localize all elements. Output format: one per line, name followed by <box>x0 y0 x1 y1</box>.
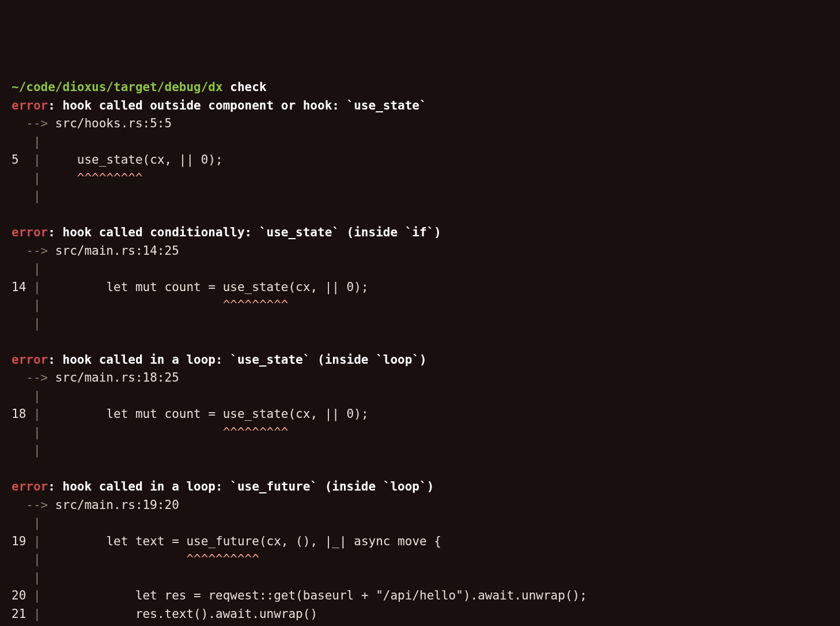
line-number <box>12 262 33 276</box>
error-label: error <box>12 353 48 367</box>
gutter-pipe: | <box>33 298 41 312</box>
error-caret: ^^^^^^^^^ <box>223 298 289 312</box>
error-location: src/main.rs:19:20 <box>48 498 179 512</box>
line-number <box>12 171 33 185</box>
gutter-pipe: | <box>33 171 41 185</box>
code-line: use_state(cx, || 0); <box>41 153 223 167</box>
error-location: src/main.rs:14:25 <box>48 244 179 258</box>
code-line <box>41 552 187 566</box>
line-number: 14 <box>12 280 33 294</box>
line-number <box>12 389 33 403</box>
error-caret: ^^^^^^^^^ <box>223 425 289 439</box>
gutter-pipe: | <box>33 262 41 276</box>
line-number <box>12 298 33 312</box>
error-caret: ^^^^^^^^^ <box>77 171 143 185</box>
code-line: let text = use_future(cx, (), |_| async … <box>41 534 441 548</box>
location-arrow: --> <box>12 244 48 258</box>
code-line: let res = reqwest::get(baseurl + "/api/h… <box>41 589 587 602</box>
gutter-pipe: | <box>33 516 41 530</box>
gutter-pipe: | <box>33 280 41 294</box>
line-number: 20 <box>12 589 33 602</box>
code-line <box>41 171 77 185</box>
gutter-pipe: | <box>33 425 41 439</box>
prompt-command: check <box>230 80 266 94</box>
error-location: src/hooks.rs:5:5 <box>48 116 172 130</box>
gutter-pipe: | <box>33 153 41 167</box>
line-number <box>12 571 33 584</box>
gutter-pipe: | <box>33 607 41 621</box>
line-number: 18 <box>12 407 33 421</box>
line-number <box>12 443 33 457</box>
line-number <box>12 135 33 149</box>
line-number <box>12 425 33 439</box>
error-location: src/main.rs:18:25 <box>48 371 179 384</box>
code-line <box>41 425 223 439</box>
error-label: error <box>12 99 48 112</box>
gutter-pipe: | <box>33 316 41 330</box>
error-caret: ^^^^^^^^^^ <box>186 552 259 566</box>
line-number <box>12 316 33 330</box>
location-arrow: --> <box>12 498 48 512</box>
gutter-pipe: | <box>33 389 41 403</box>
line-number: 19 <box>12 534 33 548</box>
gutter-pipe: | <box>33 407 41 421</box>
line-number: 5 <box>12 153 33 167</box>
line-number <box>12 189 33 203</box>
location-arrow: --> <box>12 371 48 384</box>
line-number: 21 <box>12 607 33 621</box>
line-number <box>12 516 33 530</box>
code-line: let mut count = use_state(cx, || 0); <box>41 407 369 421</box>
line-number <box>12 552 33 566</box>
code-line <box>41 298 223 312</box>
error-message: : hook called in a loop: `use_future` (i… <box>48 480 434 493</box>
gutter-pipe: | <box>33 443 41 457</box>
gutter-pipe: | <box>33 189 41 203</box>
terminal-output: ~/code/dioxus/target/debug/dx check erro… <box>12 78 828 626</box>
gutter-pipe: | <box>33 571 41 584</box>
error-message: : hook called outside component or hook:… <box>48 99 426 112</box>
error-message: : hook called conditionally: `use_state`… <box>48 225 441 239</box>
code-line: let mut count = use_state(cx, || 0); <box>41 280 369 294</box>
location-arrow: --> <box>12 116 48 130</box>
gutter-pipe: | <box>33 135 41 149</box>
errors-container: error: hook called outside component or … <box>12 97 828 627</box>
prompt-path: ~/code/dioxus/target/debug/dx <box>12 80 223 94</box>
code-line: res.text().await.unwrap() <box>41 607 317 621</box>
error-message: : hook called in a loop: `use_state` (in… <box>48 353 426 367</box>
error-label: error <box>12 225 48 239</box>
gutter-pipe: | <box>33 552 41 566</box>
gutter-pipe: | <box>33 589 41 602</box>
error-label: error <box>12 480 48 493</box>
gutter-pipe: | <box>33 534 41 548</box>
